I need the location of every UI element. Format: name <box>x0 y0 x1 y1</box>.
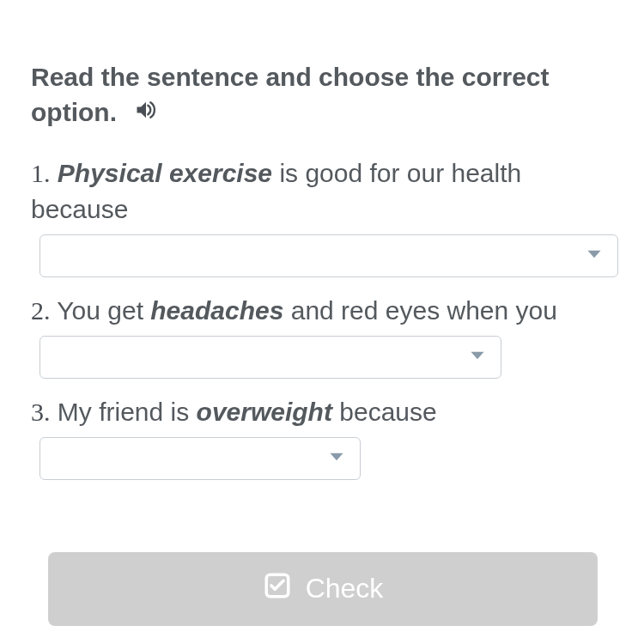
chevron-down-icon <box>583 243 605 269</box>
question-number: 2. <box>31 296 51 325</box>
question-lead: You get <box>57 296 150 325</box>
emphasis-term: Physical exercise <box>58 159 272 187</box>
check-icon <box>263 571 292 607</box>
answer-dropdown-2[interactable] <box>39 336 501 379</box>
audio-icon[interactable] <box>134 96 158 131</box>
question-2: 2. You get headaches and red eyes when y… <box>31 293 613 379</box>
exercise-container: Read the sentence and choose the correct… <box>0 0 644 644</box>
check-label: Check <box>306 573 384 605</box>
question-1: 1. Physical exercise is good for our hea… <box>31 155 613 277</box>
check-button[interactable]: Check <box>48 552 598 626</box>
instruction-heading: Read the sentence and choose the correct… <box>31 60 613 131</box>
question-tail: because <box>339 398 436 426</box>
question-lead: My friend is <box>58 398 197 426</box>
question-number: 3. <box>31 398 51 426</box>
question-tail: and red eyes when you <box>291 296 557 325</box>
answer-dropdown-1[interactable] <box>39 234 618 277</box>
emphasis-term: overweight <box>197 398 332 426</box>
chevron-down-icon <box>325 446 348 471</box>
question-3: 3. My friend is overweight because <box>31 394 613 480</box>
answer-dropdown-3[interactable] <box>39 437 361 480</box>
chevron-down-icon <box>466 344 489 370</box>
question-number: 1. <box>31 159 51 187</box>
emphasis-term: headaches <box>150 296 283 325</box>
instruction-text: Read the sentence and choose the correct… <box>31 63 550 126</box>
